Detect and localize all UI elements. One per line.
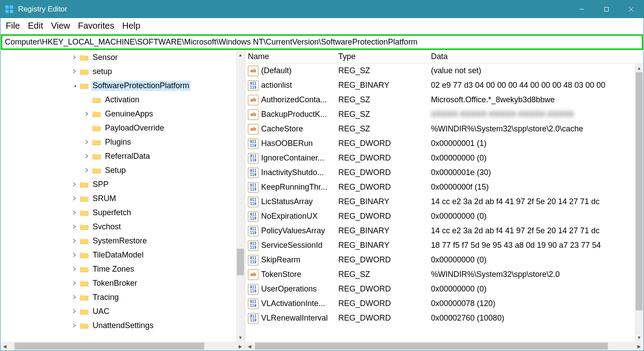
column-type[interactable]: Type: [338, 52, 431, 61]
list-row[interactable]: 011 110LicStatusArrayREG_BINARY14 cc e2 …: [245, 194, 644, 209]
expand-icon[interactable]: [83, 110, 90, 117]
scroll-left-arrow[interactable]: ◀: [0, 342, 9, 351]
binary-value-icon: 011 110: [248, 182, 258, 193]
address-bar[interactable]: [1, 34, 643, 50]
collapse-icon[interactable]: [71, 82, 78, 89]
address-input[interactable]: [5, 37, 639, 47]
menu-favorites[interactable]: Favorites: [77, 20, 115, 32]
tree-item[interactable]: TokenBroker: [0, 276, 245, 290]
scroll-down-arrow[interactable]: ▼: [635, 333, 644, 342]
menu-view[interactable]: View: [50, 20, 71, 32]
expand-icon[interactable]: [71, 251, 78, 258]
list-row[interactable]: 011 110SkipRearmREG_DWORD0x00000000 (0): [245, 253, 644, 267]
expand-icon[interactable]: [71, 322, 78, 329]
tree-pane[interactable]: SensorsetupSoftwareProtectionPlatformAct…: [0, 50, 245, 342]
folder-icon: [80, 54, 89, 61]
list-horizontal-scrollbar[interactable]: ◀ ▶: [245, 342, 644, 351]
list-row[interactable]: 011 110VLRenewalIntervalREG_DWORD0x00002…: [245, 311, 644, 325]
tree-item[interactable]: Setup: [0, 163, 245, 177]
tree-item[interactable]: SystemRestore: [0, 234, 245, 248]
value-data: 0x00000000 (0): [431, 284, 644, 294]
list-row[interactable]: abAuthorizedConta...REG_SZMicrosoft.Offi…: [245, 93, 644, 107]
expand-icon[interactable]: [71, 265, 78, 273]
value-data: 0x00000000 (0): [431, 255, 644, 265]
expand-icon[interactable]: [71, 209, 78, 216]
app-icon: [5, 5, 14, 14]
list-row[interactable]: 011 110VLActivationInte...REG_DWORD0x000…: [245, 296, 644, 311]
list-row[interactable]: 011 110UserOperationsREG_DWORD0x00000000…: [245, 282, 644, 296]
column-data[interactable]: Data: [431, 52, 644, 61]
expand-icon[interactable]: [71, 181, 78, 188]
list-row[interactable]: 011 110InactivityShutdo...REG_DWORD0x000…: [245, 165, 644, 180]
tree-item[interactable]: SPP: [0, 177, 245, 191]
menu-edit[interactable]: Edit: [27, 20, 44, 32]
list-row[interactable]: abBackupProductK...REG_SZXXXXX-XXXXX-XXX…: [245, 107, 644, 122]
tree-item[interactable]: GenuineApps: [0, 107, 245, 121]
scroll-thumb[interactable]: [15, 343, 204, 350]
menu-help[interactable]: Help: [121, 20, 141, 32]
tree-item[interactable]: ReferralData: [0, 149, 245, 163]
expand-icon[interactable]: [71, 280, 78, 287]
tree-item[interactable]: Activation: [0, 93, 245, 107]
list-row[interactable]: abTokenStoreREG_SZ%WINDIR%\System32\spp\…: [245, 267, 644, 282]
expand-icon[interactable]: [83, 167, 90, 174]
tree-item[interactable]: UnattendSettings: [0, 318, 245, 332]
expand-icon[interactable]: [71, 54, 78, 61]
value-name: AuthorizedConta...: [261, 95, 338, 105]
expand-icon[interactable]: [71, 68, 78, 75]
expand-icon[interactable]: [83, 138, 90, 146]
value-name: VLRenewalInterval: [261, 314, 338, 323]
expand-icon[interactable]: [83, 153, 90, 160]
tree-horizontal-scrollbar[interactable]: ◀ ▶: [0, 342, 245, 351]
maximize-button[interactable]: [594, 0, 619, 18]
list-row[interactable]: 011 110KeepRunningThr...REG_DWORD0x00000…: [245, 180, 644, 194]
tree-item[interactable]: Time Zones: [0, 262, 245, 276]
tree-item[interactable]: UAC: [0, 304, 245, 318]
tree-item[interactable]: setup: [0, 64, 245, 78]
expand-icon[interactable]: [71, 223, 78, 230]
list-pane[interactable]: ab(Default)REG_SZ(value not set)011 110a…: [245, 63, 644, 342]
list-row[interactable]: ab(Default)REG_SZ(value not set): [245, 63, 644, 78]
string-value-icon: ab: [248, 109, 258, 120]
scroll-up-arrow[interactable]: ▲: [236, 50, 245, 59]
list-header[interactable]: Name Type Data: [245, 50, 644, 63]
scroll-right-arrow[interactable]: ▶: [236, 342, 245, 351]
tree-item[interactable]: Plugins: [0, 135, 245, 149]
list-row[interactable]: 011 110actionlistREG_BINARY02 e9 77 d3 0…: [245, 78, 644, 93]
scroll-up-arrow[interactable]: ▲: [635, 63, 644, 72]
scroll-thumb[interactable]: [636, 72, 643, 310]
tree-item[interactable]: Tracing: [0, 290, 245, 304]
menu-file[interactable]: File: [5, 20, 21, 32]
close-button[interactable]: [619, 0, 644, 18]
tree-item[interactable]: TileDataModel: [0, 248, 245, 262]
list-row[interactable]: 011 110HasOOBERunREG_DWORD0x00000001 (1): [245, 136, 644, 151]
value-name: BackupProductK...: [261, 110, 338, 119]
minimize-button[interactable]: [569, 0, 594, 18]
expand-icon[interactable]: [71, 195, 78, 202]
list-row[interactable]: 011 110IgnoreContainer...REG_DWORD0x0000…: [245, 151, 644, 165]
tree-item-label: setup: [91, 67, 113, 77]
scroll-down-arrow[interactable]: ▼: [236, 333, 245, 342]
expand-icon[interactable]: [71, 237, 78, 244]
scroll-thumb[interactable]: [255, 343, 608, 350]
list-row[interactable]: abCacheStoreREG_SZ%WINDIR%\System32\spp\…: [245, 122, 644, 136]
scroll-left-arrow[interactable]: ◀: [245, 342, 254, 351]
list-row[interactable]: 011 110ServiceSessionIdREG_BINARY18 77 f…: [245, 238, 644, 253]
titlebar[interactable]: Registry Editor: [0, 0, 644, 18]
tree-vertical-scrollbar[interactable]: ▲ ▼: [236, 50, 245, 342]
expand-icon[interactable]: [71, 294, 78, 301]
scroll-right-arrow[interactable]: ▶: [635, 342, 644, 351]
tree-item[interactable]: Svchost: [0, 220, 245, 234]
tree-item[interactable]: SRUM: [0, 191, 245, 205]
expand-icon[interactable]: [71, 308, 78, 315]
tree-item[interactable]: SoftwareProtectionPlatform: [0, 78, 245, 93]
list-vertical-scrollbar[interactable]: ▲ ▼: [635, 63, 644, 342]
scroll-thumb[interactable]: [237, 249, 244, 275]
column-name[interactable]: Name: [248, 52, 338, 61]
tree-item[interactable]: Superfetch: [0, 205, 245, 220]
list-row[interactable]: 011 110NoExpirationUXREG_DWORD0x00000000…: [245, 209, 644, 224]
tree-item[interactable]: Sensor: [0, 50, 245, 64]
list-row[interactable]: 011 110PolicyValuesArrayREG_BINARY14 cc …: [245, 224, 644, 238]
string-value-icon: ab: [248, 269, 258, 280]
tree-item[interactable]: PayloadOverride: [0, 121, 245, 135]
